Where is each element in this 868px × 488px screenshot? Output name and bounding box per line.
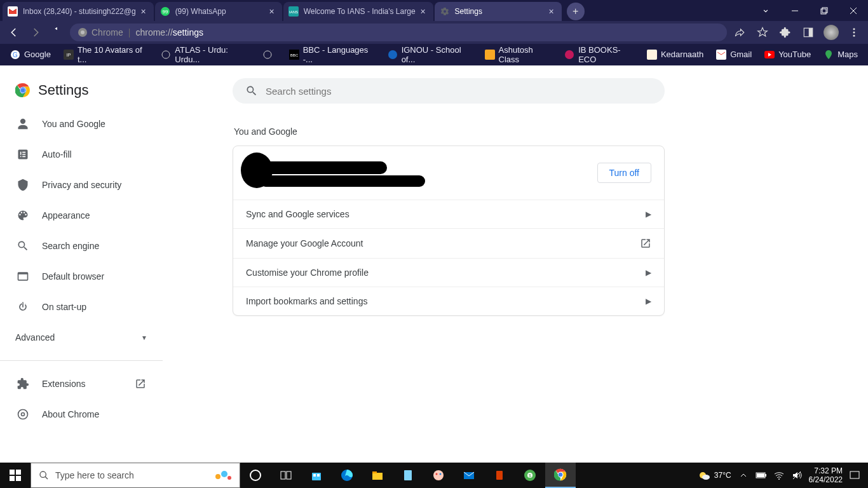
bookmark-youtube[interactable]: YouTube <box>759 47 816 62</box>
svg-rect-76 <box>850 471 859 478</box>
sidebar-item-autofill[interactable]: Auto-fill <box>5 142 158 167</box>
bookmark-maps[interactable]: Maps <box>818 47 863 62</box>
office-icon[interactable] <box>484 463 515 488</box>
close-window-button[interactable] <box>839 0 868 21</box>
svg-point-36 <box>22 413 25 416</box>
turn-off-button[interactable]: Turn off <box>597 163 651 183</box>
sidebar-item-you-and-google[interactable]: You and Google <box>5 111 158 137</box>
mail-icon[interactable] <box>454 463 484 488</box>
tab-title: Inbox (28,240) - stutisingh222@g <box>23 7 136 16</box>
row-customise-profile[interactable]: Customise your Chrome profile▶ <box>233 259 664 287</box>
bookmark-star-icon[interactable] <box>754 24 771 41</box>
bbc-icon: BBC <box>289 50 299 60</box>
search-icon <box>245 85 258 97</box>
browser-titlebar: Inbox (28,240) - stutisingh222@g × 99 (9… <box>0 0 868 21</box>
close-icon[interactable]: × <box>418 6 428 17</box>
bookmark-kedarnath[interactable]: Kedarnaath <box>642 47 709 62</box>
browser-toolbar: Chrome | chrome://settings <box>0 21 868 44</box>
chrome-taskbar-icon[interactable] <box>545 463 576 488</box>
sidebar-item-search-engine[interactable]: Search engine <box>5 233 158 259</box>
close-icon[interactable]: × <box>546 6 557 17</box>
gmail-icon <box>8 6 18 17</box>
tab-whatsapp[interactable]: 99 (99) WhatsApp × <box>155 2 282 21</box>
row-manage-account[interactable]: Manage your Google Account <box>233 229 664 259</box>
you-and-google-card: Turn off Sync and Google services▶ Manag… <box>233 146 665 316</box>
tab-settings[interactable]: Settings × <box>435 2 562 21</box>
chevron-right-icon: ▶ <box>646 297 651 306</box>
address-bar[interactable]: Chrome | chrome://settings <box>70 24 727 41</box>
bookmark-ignou[interactable]: IGNOU - School of... <box>383 43 477 67</box>
profile-header: Turn off <box>233 146 664 200</box>
ians-icon: IANS <box>288 6 299 17</box>
chrome-canary-icon[interactable]: $ <box>515 463 545 488</box>
tab-ians[interactable]: IANS Welcome To IANS - India's Large × <box>283 2 433 21</box>
weather-widget[interactable]: 37°C <box>698 469 731 482</box>
tab-search-button[interactable] <box>751 0 780 21</box>
sidebar-item-appearance[interactable]: Appearance <box>5 203 158 228</box>
svg-point-35 <box>18 410 28 419</box>
globe-icon <box>161 50 171 60</box>
sidepanel-icon[interactable] <box>799 24 817 41</box>
row-sync-services[interactable]: Sync and Google services▶ <box>233 200 664 229</box>
close-icon[interactable]: × <box>139 6 149 17</box>
sidebar-item-startup[interactable]: On start-up <box>5 294 158 320</box>
sidebar-advanced-toggle[interactable]: Advanced▼ <box>0 325 163 350</box>
task-view-icon[interactable] <box>271 463 301 488</box>
svg-point-68 <box>559 473 563 477</box>
bookmark-avatars[interactable]: IPThe 10 Avatars of t... <box>58 43 153 67</box>
store-icon[interactable] <box>301 463 332 488</box>
google-icon: G <box>10 50 20 60</box>
share-icon[interactable] <box>731 24 749 41</box>
minimize-button[interactable] <box>780 0 810 21</box>
bookmark-ibbooks[interactable]: IB BOOKS-ECO <box>559 43 639 67</box>
battery-icon[interactable] <box>756 470 767 481</box>
sidebar-item-about[interactable]: About Chrome <box>5 402 158 427</box>
bookmark-google[interactable]: GGoogle <box>5 47 56 62</box>
tab-gmail[interactable]: Inbox (28,240) - stutisingh222@g × <box>3 2 154 21</box>
svg-point-44 <box>40 471 46 477</box>
bookmark-blank[interactable] <box>257 47 281 62</box>
svg-text:G: G <box>13 51 18 58</box>
menu-icon[interactable] <box>845 24 863 41</box>
whatsapp-icon: 99 <box>160 6 170 17</box>
search-field[interactable] <box>266 86 652 97</box>
explorer-icon[interactable] <box>362 463 393 488</box>
new-tab-button[interactable]: + <box>567 3 585 20</box>
sidebar-item-extensions[interactable]: Extensions <box>5 371 158 396</box>
reload-button[interactable] <box>48 24 66 41</box>
edge-icon[interactable] <box>332 463 362 488</box>
clock[interactable]: 7:32 PM6/24/2022 <box>809 466 843 485</box>
volume-icon[interactable] <box>791 470 803 481</box>
extensions-icon[interactable] <box>776 24 794 41</box>
window-controls <box>751 0 868 21</box>
maximize-button[interactable] <box>810 0 839 21</box>
bookmark-gmail[interactable]: Gmail <box>711 47 757 62</box>
cortana-icon[interactable] <box>240 463 271 488</box>
back-button[interactable] <box>5 24 23 41</box>
secure-label: Chrome <box>92 27 123 37</box>
bookmark-atlas[interactable]: ATLAS - Urdu: Urdu... <box>156 43 254 67</box>
url-text: chrome://settings <box>135 27 203 37</box>
browser-icon <box>17 270 29 283</box>
gmail-icon <box>716 50 726 60</box>
row-import-bookmarks[interactable]: Import bookmarks and settings▶ <box>233 287 664 315</box>
bookmark-ashutosh[interactable]: Ashutosh Class <box>480 43 557 67</box>
search-icon <box>39 470 49 480</box>
external-link-icon <box>135 378 146 390</box>
profile-avatar[interactable] <box>822 24 840 41</box>
paint-icon[interactable] <box>423 463 454 488</box>
taskbar-search[interactable]: Type here to search <box>31 463 240 488</box>
sidebar-item-privacy[interactable]: Privacy and security <box>5 172 158 198</box>
separator: | <box>128 27 131 37</box>
close-icon[interactable]: × <box>267 6 277 17</box>
start-button[interactable] <box>0 463 31 488</box>
sidebar-item-default-browser[interactable]: Default browser <box>5 264 158 289</box>
notes-icon[interactable] <box>393 463 423 488</box>
wifi-icon[interactable] <box>773 470 785 481</box>
tray-chevron-icon[interactable] <box>738 470 749 481</box>
forward-button[interactable] <box>27 24 44 41</box>
bookmark-bbc[interactable]: BBCBBC - Languages -... <box>284 43 380 67</box>
search-icon <box>17 240 29 252</box>
notifications-icon[interactable] <box>849 470 860 481</box>
settings-search-input[interactable] <box>233 78 665 104</box>
